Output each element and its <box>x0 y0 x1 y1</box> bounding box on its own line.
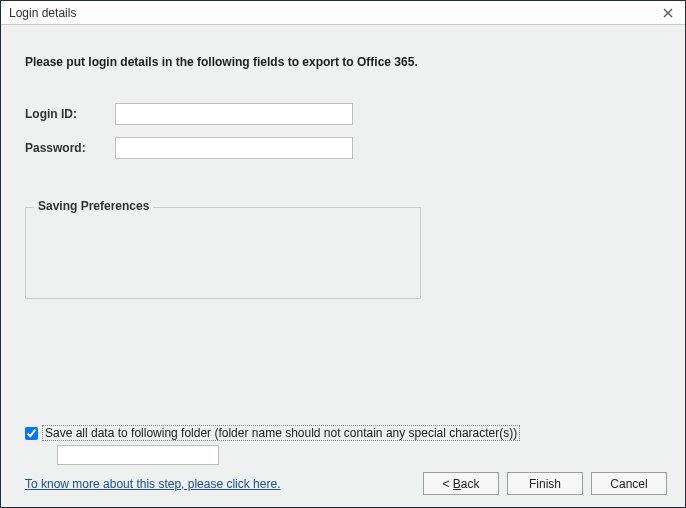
password-input[interactable] <box>115 137 353 159</box>
login-id-input[interactable] <box>115 103 353 125</box>
titlebar: Login details <box>1 1 685 25</box>
footer: To know more about this step, please cli… <box>1 472 685 495</box>
password-label: Password: <box>25 141 115 155</box>
saving-preferences-group: Saving Preferences <box>25 207 421 299</box>
password-row: Password: <box>25 137 661 159</box>
button-bar: < Back Finish Cancel <box>423 472 667 495</box>
folder-name-input[interactable] <box>57 445 219 465</box>
close-button[interactable] <box>657 4 679 22</box>
saving-preferences-legend: Saving Preferences <box>34 199 153 213</box>
save-folder-label: Save all data to following folder (folde… <box>42 425 520 441</box>
save-option-row: Save all data to following folder (folde… <box>25 425 520 441</box>
login-id-label: Login ID: <box>25 107 115 121</box>
login-row: Login ID: <box>25 103 661 125</box>
help-link[interactable]: To know more about this step, please cli… <box>25 477 280 491</box>
finish-button[interactable]: Finish <box>507 472 583 495</box>
cancel-button[interactable]: Cancel <box>591 472 667 495</box>
back-button[interactable]: < Back <box>423 472 499 495</box>
window-title: Login details <box>9 6 657 20</box>
dialog-window: Login details Please put login details i… <box>0 0 686 508</box>
content-area: Please put login details in the followin… <box>1 25 685 507</box>
instruction-text: Please put login details in the followin… <box>25 55 661 69</box>
save-folder-checkbox[interactable] <box>25 427 38 440</box>
folder-input-row <box>57 445 219 465</box>
close-icon <box>663 8 673 18</box>
